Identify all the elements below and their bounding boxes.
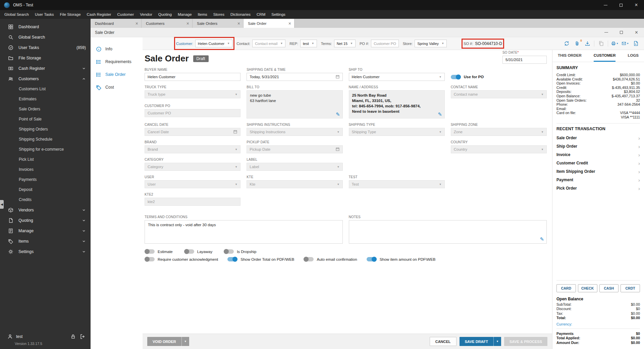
- nav-item-requirements[interactable]: Requirements: [91, 55, 143, 68]
- notes-textarea[interactable]: ✎: [349, 220, 547, 244]
- store-select[interactable]: Spring Valley▼: [415, 40, 447, 47]
- customer-po-input[interactable]: Customer PO: [145, 109, 240, 117]
- recent-item-invoice[interactable]: Invoice›: [556, 151, 640, 159]
- sidebar-item-file-storage[interactable]: File Storage: [0, 53, 91, 63]
- sidebar-subitem-credits[interactable]: Credits: [0, 195, 91, 205]
- menu-manage[interactable]: Manage: [175, 11, 195, 18]
- void-order-button[interactable]: VOID ORDER: [147, 337, 181, 346]
- window-restore-button[interactable]: [613, 0, 629, 10]
- sidebar-subitem-shipping-schedule[interactable]: Shipping Schedule: [0, 134, 91, 144]
- currency-link[interactable]: Currency:: [556, 322, 640, 326]
- require-acknowledgment-toggle[interactable]: Require customer acknowledgment: [145, 257, 218, 261]
- save-draft-button[interactable]: SAVE DRAFT: [460, 337, 493, 346]
- sidebar-subitem-shipping-orders[interactable]: Shipping Orders: [0, 124, 91, 134]
- tab-close-icon[interactable]: ×: [186, 21, 189, 26]
- toggle-switch[interactable]: [367, 257, 377, 261]
- pay-card-button[interactable]: CARD: [556, 284, 576, 292]
- shipping-type-select[interactable]: Shipping Type▼: [349, 128, 445, 136]
- contact-name-select[interactable]: Contact name▼: [451, 90, 547, 98]
- menu-crm[interactable]: CRM: [254, 11, 268, 18]
- ship-to-select[interactable]: Helen Customer▼: [349, 73, 445, 81]
- country-select[interactable]: Country▼: [451, 145, 547, 153]
- shipping-date-input[interactable]: Today, 5/31/2021: [247, 73, 342, 81]
- tab-customer[interactable]: CUSTOMER: [594, 50, 616, 62]
- po-input[interactable]: Customer PO: [371, 40, 399, 47]
- logout-icon[interactable]: [80, 334, 85, 339]
- bill-to-box[interactable]: new go tube 63 hartfort lane ✎: [247, 90, 342, 118]
- menu-stores[interactable]: Stores: [210, 11, 227, 18]
- cancel-date-input[interactable]: Cancel Date: [145, 128, 240, 136]
- tab-sale-orders[interactable]: Sale Orders×: [193, 19, 244, 28]
- menu-settings[interactable]: Settings: [268, 11, 288, 18]
- inner-minimize-button[interactable]: [599, 28, 614, 37]
- attachments-button[interactable]: 0: [573, 40, 581, 47]
- recent-item-sale-order[interactable]: Sale Order›: [556, 134, 640, 142]
- window-close-button[interactable]: ×: [629, 0, 644, 10]
- tab-customers[interactable]: Customers×: [142, 19, 193, 28]
- use-for-po-toggle[interactable]: Use for PO: [451, 73, 547, 81]
- category-select[interactable]: Category▼: [145, 163, 240, 171]
- tab-close-icon[interactable]: ×: [237, 21, 240, 26]
- pay-cash-button[interactable]: CASH: [599, 284, 619, 292]
- nav-item-info[interactable]: Info: [91, 43, 143, 55]
- menu-dictionaries[interactable]: Dictionaries: [227, 11, 254, 18]
- cancel-button[interactable]: CANCEL: [430, 337, 457, 346]
- shipping-instructions-select[interactable]: Shipping Instructions▼: [247, 128, 342, 136]
- label-select[interactable]: Label▼: [247, 163, 342, 171]
- toggle-switch[interactable]: [227, 257, 237, 261]
- toggle-switch[interactable]: [145, 257, 155, 261]
- sidebar-item-dashboard[interactable]: Dashboard: [0, 21, 91, 32]
- tab-dashboard[interactable]: Dashboard×: [91, 19, 142, 28]
- truck-type-select[interactable]: Truck type▼: [145, 90, 240, 98]
- sidebar-subitem-shipping-ecommerce[interactable]: Shipping for e-commerce: [0, 144, 91, 154]
- so-date-input[interactable]: 5/31/2021: [502, 56, 547, 64]
- save-process-button[interactable]: SAVE & PROCESS: [504, 337, 547, 346]
- menu-cash-register[interactable]: Cash Register: [84, 11, 114, 18]
- brand-select[interactable]: Brand▼: [145, 145, 240, 153]
- tab-logs[interactable]: LOGS: [628, 50, 639, 62]
- sidebar-subitem-point-of-sale[interactable]: Point of Sale: [0, 114, 91, 124]
- sidebar-collapse-handle[interactable]: ◀: [0, 200, 4, 209]
- pay-check-button[interactable]: CHECK: [578, 284, 597, 292]
- recent-item-pick-order[interactable]: Pick Order›: [556, 184, 640, 193]
- user-select[interactable]: User▼: [145, 180, 240, 188]
- pay-crdt-button[interactable]: CRDT: [621, 284, 640, 292]
- sidebar-item-settings[interactable]: Settings: [0, 246, 91, 257]
- sidebar-subitem-deposit[interactable]: Deposit: [0, 185, 91, 195]
- show-item-amount-toggle[interactable]: Show item amount on PDF\WEB: [367, 257, 436, 261]
- export-button[interactable]: [632, 40, 639, 47]
- sidebar-subitem-payments[interactable]: Payments: [0, 174, 91, 185]
- sidebar-item-cash-register[interactable]: Cash Register: [0, 63, 91, 73]
- show-order-total-toggle[interactable]: Show Order Total on PDF/WEB: [227, 257, 294, 261]
- tab-close-icon[interactable]: ×: [288, 21, 291, 26]
- sidebar-item-user-tasks[interactable]: User Tasks (859): [0, 42, 91, 53]
- sidebar-item-global-search[interactable]: Global Search: [0, 32, 91, 42]
- kte-select[interactable]: Kte▼: [247, 180, 342, 188]
- menu-items[interactable]: Items: [195, 11, 210, 18]
- sync-button[interactable]: [563, 40, 570, 47]
- recent-item-payment[interactable]: Payment›: [556, 176, 640, 184]
- lock-icon[interactable]: [70, 334, 76, 339]
- toggle-switch[interactable]: [145, 249, 155, 254]
- menu-vendor[interactable]: Vendor: [137, 11, 155, 18]
- contact-select[interactable]: Contact email▼: [252, 40, 285, 47]
- tab-this-order[interactable]: THIS ORDER: [558, 50, 582, 62]
- window-minimize-button[interactable]: [598, 0, 613, 10]
- pickup-date-input[interactable]: Pickup Date: [247, 145, 342, 153]
- copy-button[interactable]: [597, 40, 605, 47]
- shipping-zone-select[interactable]: Zone▼: [451, 128, 547, 136]
- layaway-toggle[interactable]: Layaway: [184, 249, 212, 254]
- recent-item-item-shipping-order[interactable]: Item Shipping Order›: [556, 167, 640, 176]
- edit-icon[interactable]: ✎: [438, 112, 442, 117]
- terms-select[interactable]: Net 15▼: [334, 40, 356, 47]
- sidebar-subitem-invoices[interactable]: Invoices: [0, 164, 91, 174]
- estimate-toggle[interactable]: Estimate: [145, 249, 173, 254]
- sidebar-item-customers[interactable]: Customers: [0, 73, 91, 84]
- void-order-dropdown-button[interactable]: ▼: [181, 337, 189, 346]
- sidebar-subitem-customers-list[interactable]: Customers List: [0, 84, 91, 94]
- sidebar-subitem-pick-list[interactable]: Pick List: [0, 154, 91, 164]
- sidebar-item-quoting[interactable]: Quoting: [0, 215, 91, 226]
- inner-restore-button[interactable]: [614, 28, 629, 37]
- email-button[interactable]: ▼: [622, 40, 629, 47]
- toggle-switch[interactable]: [184, 249, 194, 254]
